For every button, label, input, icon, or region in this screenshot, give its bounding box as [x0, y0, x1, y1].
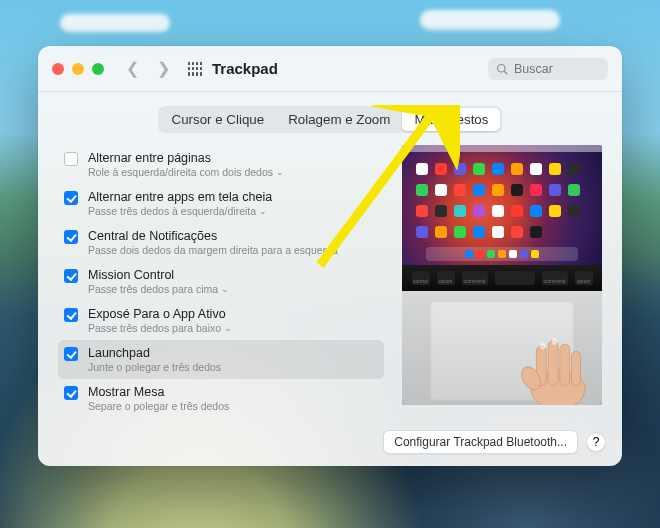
option-title: Mostrar Mesa — [88, 385, 229, 399]
chevron-down-icon: ⌄ — [221, 284, 229, 294]
svg-rect-5 — [560, 344, 570, 385]
search-field[interactable] — [488, 58, 608, 80]
minimize-icon[interactable] — [72, 63, 84, 75]
preview-trackpad — [402, 291, 602, 405]
chevron-down-icon: ⌄ — [276, 167, 284, 177]
show-all-icon[interactable] — [188, 62, 202, 76]
back-button[interactable]: ❮ — [126, 59, 139, 78]
help-button[interactable]: ? — [586, 432, 606, 452]
svg-rect-6 — [572, 351, 581, 385]
checkbox[interactable] — [64, 386, 78, 400]
svg-rect-4 — [548, 341, 558, 386]
option-title: Alternar entre apps em tela cheia — [88, 190, 272, 204]
option-subtitle: Separe o polegar e três dedos — [88, 400, 229, 412]
preview-screen — [402, 145, 602, 265]
search-icon — [496, 63, 508, 75]
bluetooth-trackpad-button[interactable]: Configurar Trackpad Bluetooth... — [383, 430, 578, 454]
option-subtitle[interactable]: Passe três dedos à esquerda/direita⌄ — [88, 205, 272, 217]
option-subtitle[interactable]: Passe três dedos para cima⌄ — [88, 283, 229, 295]
option-notification-center[interactable]: Central de Notificações Passe dois dedos… — [58, 223, 384, 262]
checkbox[interactable] — [64, 308, 78, 322]
option-show-desktop[interactable]: Mostrar Mesa Separe o polegar e três ded… — [58, 379, 384, 418]
desktop-wallpaper: ❮ ❯ Trackpad Cursor e Clique Rolagem e Z… — [0, 0, 660, 528]
svg-line-1 — [504, 71, 507, 74]
zoom-icon[interactable] — [92, 63, 104, 75]
option-title: Mission Control — [88, 268, 229, 282]
window-title: Trackpad — [212, 60, 278, 77]
forward-button[interactable]: ❯ — [157, 59, 170, 78]
preferences-window: ❮ ❯ Trackpad Cursor e Clique Rolagem e Z… — [38, 46, 622, 466]
tab-cursor-click[interactable]: Cursor e Clique — [160, 108, 277, 131]
gesture-options-list: Alternar entre páginas Role à esquerda/d… — [58, 143, 384, 422]
svg-point-9 — [552, 338, 557, 345]
checkbox[interactable] — [64, 191, 78, 205]
option-swipe-apps[interactable]: Alternar entre apps em tela cheia Passe … — [58, 184, 384, 223]
checkbox[interactable] — [64, 269, 78, 283]
option-subtitle[interactable]: Role à esquerda/direita com dois dedos⌄ — [88, 166, 284, 178]
window-controls — [52, 63, 104, 75]
segmented-control: Cursor e Clique Rolagem e Zoom Mais Gest… — [158, 106, 503, 133]
svg-point-8 — [540, 342, 545, 349]
option-title: Launchpad — [88, 346, 221, 360]
checkbox[interactable] — [64, 152, 78, 166]
option-subtitle[interactable]: Passe três dedos para baixo⌄ — [88, 322, 232, 334]
checkbox[interactable] — [64, 230, 78, 244]
option-launchpad[interactable]: Launchpad Junte o polegar e três dedos — [58, 340, 384, 379]
chevron-down-icon: ⌄ — [224, 323, 232, 333]
option-title: Alternar entre páginas — [88, 151, 284, 165]
option-mission-control[interactable]: Mission Control Passe três dedos para ci… — [58, 262, 384, 301]
close-icon[interactable] — [52, 63, 64, 75]
option-subtitle: Junte o polegar e três dedos — [88, 361, 221, 373]
option-app-expose[interactable]: Exposé Para o App Ativo Passe três dedos… — [58, 301, 384, 340]
tab-scroll-zoom[interactable]: Rolagem e Zoom — [276, 108, 402, 131]
svg-point-0 — [498, 64, 506, 72]
search-input[interactable] — [514, 62, 594, 76]
gesture-preview: control option command command option — [402, 145, 602, 405]
titlebar: ❮ ❯ Trackpad — [38, 46, 622, 92]
option-title: Central de Notificações — [88, 229, 338, 243]
tab-bar: Cursor e Clique Rolagem e Zoom Mais Gest… — [38, 92, 622, 143]
hand-icon — [504, 319, 594, 405]
checkbox[interactable] — [64, 347, 78, 361]
option-swipe-pages[interactable]: Alternar entre páginas Role à esquerda/d… — [58, 145, 384, 184]
nav-controls: ❮ ❯ — [126, 59, 202, 78]
chevron-down-icon: ⌄ — [259, 206, 267, 216]
option-title: Exposé Para o App Ativo — [88, 307, 232, 321]
option-subtitle: Passe dois dedos da margem direita para … — [88, 244, 338, 256]
tab-more-gestures[interactable]: Mais Gestos — [402, 108, 500, 131]
preview-keyboard: control option command command option — [402, 265, 602, 291]
footer: Configurar Trackpad Bluetooth... ? — [38, 422, 622, 466]
